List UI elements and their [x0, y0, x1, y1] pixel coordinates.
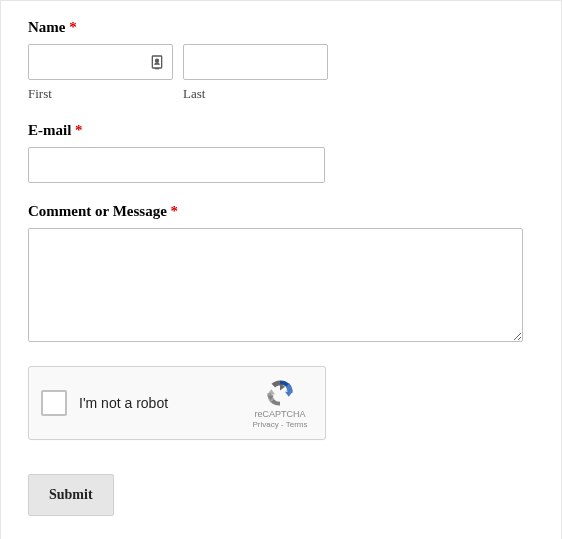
first-name-column: First	[28, 44, 173, 102]
name-field-group: Name * First Last	[28, 19, 534, 102]
submit-button[interactable]: Submit	[28, 474, 114, 516]
recaptcha-link-separator: -	[279, 420, 286, 429]
recaptcha-logo-icon	[265, 378, 295, 408]
last-name-column: Last	[183, 44, 328, 102]
email-label: E-mail *	[28, 122, 534, 139]
name-label: Name *	[28, 19, 534, 36]
last-name-sublabel: Last	[183, 86, 328, 102]
name-label-text: Name	[28, 19, 66, 35]
comment-field-group: Comment or Message *	[28, 203, 534, 346]
comment-label-text: Comment or Message	[28, 203, 167, 219]
email-input[interactable]	[28, 147, 325, 183]
recaptcha-links: Privacy - Terms	[253, 420, 308, 429]
contact-form: Name * First Last	[0, 0, 562, 539]
name-row: First Last	[28, 44, 534, 102]
email-label-text: E-mail	[28, 122, 71, 138]
recaptcha-brand-text: reCAPTCHA	[254, 409, 305, 419]
submit-section: Submit	[28, 474, 534, 516]
recaptcha-label: I'm not a robot	[79, 395, 245, 411]
last-name-input[interactable]	[183, 44, 328, 80]
contacts-icon	[149, 54, 165, 70]
recaptcha-branding: reCAPTCHA Privacy - Terms	[245, 378, 315, 429]
svg-point-1	[156, 59, 159, 62]
first-name-wrap	[28, 44, 173, 80]
first-name-sublabel: First	[28, 86, 173, 102]
recaptcha-terms-link[interactable]: Terms	[286, 420, 308, 429]
recaptcha-checkbox[interactable]	[41, 390, 67, 416]
email-field-group: E-mail *	[28, 122, 534, 183]
comment-textarea[interactable]	[28, 228, 523, 342]
comment-label: Comment or Message *	[28, 203, 534, 220]
recaptcha-privacy-link[interactable]: Privacy	[253, 420, 279, 429]
recaptcha-widget: I'm not a robot reCAPTCHA Privacy - Term…	[28, 366, 326, 440]
name-required-asterisk: *	[69, 19, 77, 35]
email-required-asterisk: *	[75, 122, 83, 138]
comment-required-asterisk: *	[171, 203, 179, 219]
